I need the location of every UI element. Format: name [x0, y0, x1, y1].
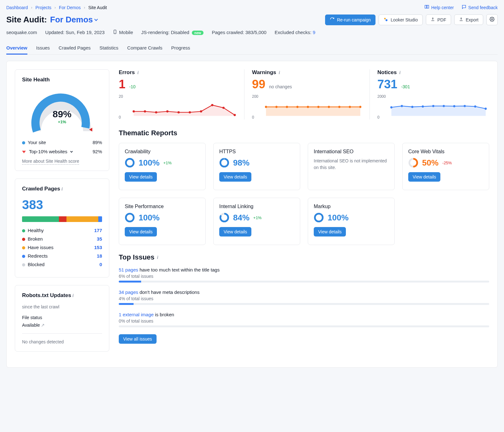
external-link-icon: ↗	[41, 323, 45, 328]
donut-icon	[125, 158, 135, 168]
top10-dropdown[interactable]: Top-10% websites	[22, 149, 72, 154]
legend-label: Redirects	[28, 253, 48, 259]
issue-text: don't have meta descriptions	[138, 289, 200, 295]
info-icon[interactable]: i	[279, 70, 280, 75]
breadcrumb-for-demos[interactable]: For Demos	[59, 5, 81, 10]
issue-link[interactable]: 1 external image	[119, 312, 154, 317]
bar-segment-healthy	[22, 216, 59, 222]
view-details-button[interactable]: View details	[125, 227, 157, 236]
tab-crawled-pages[interactable]: Crawled Pages	[59, 42, 91, 54]
upload-icon	[459, 17, 463, 22]
report-name: Markup	[314, 204, 389, 209]
svg-point-9	[144, 110, 146, 113]
tab-progress[interactable]: Progress	[171, 42, 190, 54]
file-status-value[interactable]: Available ↗	[22, 323, 102, 328]
legend-dot	[22, 229, 25, 232]
issue-link[interactable]: 34 pages	[119, 289, 138, 295]
svg-point-37	[485, 108, 487, 110]
tabs: Overview Issues Crawled Pages Statistics…	[6, 42, 498, 55]
issue-text: have too much text within the title tags	[138, 267, 220, 272]
view-details-button[interactable]: View details	[125, 172, 157, 182]
report-percent: 98%	[233, 158, 249, 168]
legend-label: Healthy	[28, 228, 44, 233]
metric-label: Errors	[119, 69, 135, 76]
info-icon[interactable]: i	[399, 70, 400, 75]
refresh-icon	[330, 17, 335, 23]
issue-link[interactable]: 51 pages	[119, 267, 138, 272]
report-name: International SEO	[314, 149, 389, 155]
view-details-button[interactable]: View details	[314, 227, 346, 236]
legend-value-broken[interactable]: 35	[97, 236, 102, 242]
svg-point-49	[315, 214, 323, 222]
info-icon[interactable]: i	[137, 70, 139, 75]
svg-point-14	[200, 110, 202, 113]
metric-sparkline: 20000	[377, 94, 489, 120]
report-card-international-seo: International SEOInternational SEO is no…	[308, 143, 395, 190]
file-status-label: File status	[22, 315, 102, 320]
metric-change: no changes	[269, 84, 292, 89]
report-card-crawlability: Crawlability100%+1%View details	[119, 143, 206, 190]
issue-progress	[119, 281, 489, 283]
robots-panel: Robots.txt Updatesi since the last crawl…	[15, 285, 109, 352]
issue-item: 1 external image is broken0% of total is…	[119, 312, 489, 327]
svg-point-29	[401, 105, 403, 107]
info-icon[interactable]: i	[157, 255, 158, 260]
info-icon[interactable]: i	[61, 186, 63, 191]
svg-point-3	[386, 19, 387, 21]
more-site-health-link[interactable]: More about Site Health score	[22, 159, 79, 165]
tab-compare-crawls[interactable]: Compare Crawls	[127, 42, 163, 54]
breadcrumb-current: Site Audit	[88, 5, 107, 10]
issue-item: 34 pages don't have meta descriptions4% …	[119, 289, 489, 305]
pdf-button[interactable]: PDF	[426, 15, 451, 25]
report-percent: 100%	[328, 213, 349, 223]
donut-icon	[408, 158, 418, 168]
svg-rect-1	[427, 5, 429, 8]
send-feedback-link[interactable]: Send feedback	[461, 4, 498, 10]
legend-dot	[22, 246, 25, 249]
svg-point-36	[474, 105, 476, 108]
svg-point-15	[211, 104, 213, 106]
legend-value-healthy[interactable]: 177	[94, 228, 102, 233]
tab-overview[interactable]: Overview	[6, 42, 27, 55]
upload-icon	[431, 17, 435, 22]
svg-point-41	[220, 159, 228, 167]
project-dropdown[interactable]: For Demos	[50, 15, 97, 25]
info-icon[interactable]: i	[72, 293, 74, 298]
svg-rect-0	[425, 5, 427, 8]
svg-point-22	[307, 106, 309, 108]
issue-progress	[119, 325, 489, 327]
svg-point-16	[222, 107, 225, 109]
report-delta: +1%	[253, 215, 261, 220]
view-details-button[interactable]: View details	[219, 172, 251, 182]
legend-value-have-issues[interactable]: 153	[94, 245, 102, 250]
tab-issues[interactable]: Issues	[36, 42, 50, 54]
donut-icon	[219, 158, 229, 168]
breadcrumb-projects[interactable]: Projects	[36, 5, 52, 10]
looker-studio-button[interactable]: Looker Studio	[379, 15, 422, 25]
crawled-pages-bar	[22, 216, 102, 222]
svg-point-19	[275, 106, 278, 108]
help-center-link[interactable]: Help center	[424, 4, 454, 10]
metric-value: 1	[119, 78, 125, 91]
svg-point-24	[328, 106, 330, 108]
breadcrumb-dashboard[interactable]: Dashboard	[6, 5, 28, 10]
report-name: Internal Linking	[219, 204, 294, 209]
settings-button[interactable]	[486, 14, 498, 25]
issue-percent: 0% of total issues	[119, 318, 489, 324]
legend-value-redirects[interactable]: 18	[97, 253, 102, 259]
excluded-checks-link[interactable]: 9	[313, 30, 315, 35]
bar-segment-redirects	[98, 216, 102, 222]
site-health-gauge: 89% +1%	[22, 89, 102, 136]
view-details-button[interactable]: View details	[219, 227, 251, 236]
tab-statistics[interactable]: Statistics	[100, 42, 118, 54]
rerun-campaign-button[interactable]: Re-run campaign	[325, 15, 375, 25]
view-all-issues-button[interactable]: View all issues	[119, 334, 157, 344]
page-title: Site Audit:	[6, 15, 47, 25]
svg-point-25	[338, 106, 341, 108]
report-card-markup: Markup100%View details	[308, 198, 395, 245]
legend-value-blocked[interactable]: 0	[100, 262, 102, 267]
export-button[interactable]: Export	[454, 15, 483, 25]
view-details-button[interactable]: View details	[408, 172, 440, 182]
report-name: Core Web Vitals	[408, 149, 483, 155]
donut-icon	[314, 213, 324, 223]
